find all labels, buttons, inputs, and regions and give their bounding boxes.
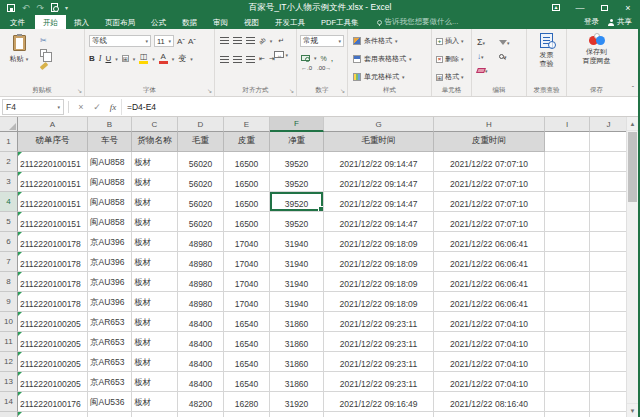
- cell-B1[interactable]: 车号: [88, 132, 132, 152]
- cell-J13[interactable]: [590, 372, 628, 392]
- cell-C7[interactable]: 板材: [132, 252, 178, 272]
- cell-J5[interactable]: [590, 212, 628, 232]
- cell-H9[interactable]: 2021/12/22 06:06:41: [434, 292, 545, 312]
- cell-F5[interactable]: 39520: [270, 212, 324, 232]
- bottom-align-icon[interactable]: [246, 37, 255, 44]
- cell-F6[interactable]: 31940: [270, 232, 324, 252]
- cell-C8[interactable]: 板材: [132, 272, 178, 292]
- tab-2[interactable]: 插入: [66, 15, 97, 29]
- cell-B12[interactable]: 京AR653: [88, 352, 132, 372]
- cell-G14[interactable]: 2021/12/22 09:16:49: [324, 392, 434, 412]
- cell-C9[interactable]: 板材: [132, 292, 178, 312]
- sort-filter-button[interactable]: ▾: [499, 38, 521, 47]
- cell-D9[interactable]: 48980: [178, 292, 224, 312]
- paste-button[interactable]: 粘贴 ▾: [6, 35, 32, 64]
- cell-J3[interactable]: [590, 172, 628, 192]
- cell-J6[interactable]: [590, 232, 628, 252]
- cell-F8[interactable]: 31940: [270, 272, 324, 292]
- cell-J11[interactable]: [590, 332, 628, 352]
- underline-button[interactable]: U: [105, 54, 111, 63]
- column-header-B[interactable]: B: [88, 117, 132, 132]
- bold-button[interactable]: B: [89, 54, 95, 63]
- cell-I11[interactable]: [545, 332, 590, 352]
- cell-G10[interactable]: 2021/12/22 09:23:11: [324, 312, 434, 332]
- cell-A2[interactable]: 2112220100151: [18, 152, 88, 172]
- cell-I3[interactable]: [545, 172, 590, 192]
- cell-E14[interactable]: 16280: [224, 392, 270, 412]
- cell-D15[interactable]: 48200: [178, 412, 224, 417]
- cell-H13[interactable]: 2021/12/22 07:04:10: [434, 372, 545, 392]
- alignment-dialog-launcher-icon[interactable]: ↘: [289, 88, 294, 94]
- column-header-F[interactable]: F: [270, 117, 324, 132]
- row-header-1[interactable]: 1: [0, 132, 18, 152]
- cell-C10[interactable]: 板材: [132, 312, 178, 332]
- cell-styles-button[interactable]: 单元格样式▾: [353, 72, 405, 82]
- row-header-13[interactable]: 13: [0, 372, 18, 392]
- cell-D3[interactable]: 56020: [178, 172, 224, 192]
- cell-I13[interactable]: [545, 372, 590, 392]
- cell-C2[interactable]: 板材: [132, 152, 178, 172]
- clear-button[interactable]: ▾: [477, 66, 499, 75]
- cell-D14[interactable]: 48200: [178, 392, 224, 412]
- column-header-E[interactable]: E: [224, 117, 270, 132]
- cell-I6[interactable]: [545, 232, 590, 252]
- cell-G7[interactable]: 2021/12/22 09:18:09: [324, 252, 434, 272]
- cell-H6[interactable]: 2021/12/22 06:06:41: [434, 232, 545, 252]
- cell-F10[interactable]: 31860: [270, 312, 324, 332]
- column-header-H[interactable]: H: [434, 117, 545, 132]
- merge-center-icon[interactable]: ↔: [274, 51, 284, 58]
- cell-I4[interactable]: [545, 192, 590, 212]
- scroll-up-icon[interactable]: ▲: [627, 117, 638, 131]
- cell-D6[interactable]: 48980: [178, 232, 224, 252]
- comma-style-icon[interactable]: ,: [331, 53, 334, 63]
- cell-F11[interactable]: 31860: [270, 332, 324, 352]
- cell-G11[interactable]: 2021/12/22 09:23:11: [324, 332, 434, 352]
- enter-icon[interactable]: ✓: [89, 102, 105, 112]
- cell-F12[interactable]: 31860: [270, 352, 324, 372]
- cell-C5[interactable]: 板材: [132, 212, 178, 232]
- phonetic-guide-icon[interactable]: 变: [178, 53, 186, 64]
- save-icon[interactable]: [7, 4, 15, 12]
- tab-1[interactable]: 开始: [35, 15, 66, 29]
- cell-F7[interactable]: 31940: [270, 252, 324, 272]
- decrease-decimal-icon[interactable]: .00→: [317, 65, 331, 71]
- tab-8[interactable]: 开发工具: [267, 15, 313, 29]
- cell-E3[interactable]: 16500: [224, 172, 270, 192]
- scrollbar-thumb[interactable]: [628, 132, 637, 202]
- cell-G9[interactable]: 2021/12/22 09:18:09: [324, 292, 434, 312]
- cell-A12[interactable]: 2112220100205: [18, 352, 88, 372]
- cell-G6[interactable]: 2021/12/22 09:18:09: [324, 232, 434, 252]
- cell-B7[interactable]: 京AU396: [88, 252, 132, 272]
- cell-H2[interactable]: 2021/12/22 07:07:10: [434, 152, 545, 172]
- increase-decimal-icon[interactable]: ←.0: [301, 65, 312, 71]
- cell-A9[interactable]: 2112220100178: [18, 292, 88, 312]
- close-button[interactable]: ×: [616, 0, 640, 15]
- cell-F2[interactable]: 39520: [270, 152, 324, 172]
- cell-B3[interactable]: 闽AU858: [88, 172, 132, 192]
- cell-H11[interactable]: 2021/12/22 07:04:10: [434, 332, 545, 352]
- fill-button[interactable]: ↓▾: [477, 52, 499, 61]
- italic-button[interactable]: I: [99, 54, 102, 63]
- cell-J8[interactable]: [590, 272, 628, 292]
- cell-I15[interactable]: [545, 412, 590, 417]
- font-dialog-launcher-icon[interactable]: ↘: [207, 88, 212, 94]
- wrap-text-icon[interactable]: ↵: [278, 37, 284, 45]
- cell-I9[interactable]: [545, 292, 590, 312]
- clipboard-dialog-launcher-icon[interactable]: ↘: [77, 88, 82, 94]
- tab-6[interactable]: 审阅: [205, 15, 236, 29]
- cell-D10[interactable]: 48400: [178, 312, 224, 332]
- cell-A13[interactable]: 2112220100205: [18, 372, 88, 392]
- formula-input[interactable]: =D4-E4: [121, 99, 638, 115]
- cell-B5[interactable]: 闽AU858: [88, 212, 132, 232]
- cell-J10[interactable]: [590, 312, 628, 332]
- tab-file[interactable]: 文件: [0, 15, 35, 29]
- cell-C4[interactable]: 板材: [132, 192, 178, 212]
- column-header-J[interactable]: J: [590, 117, 628, 132]
- cell-J9[interactable]: [590, 292, 628, 312]
- format-as-table-button[interactable]: 套用表格格式▾: [353, 54, 412, 64]
- cell-A4[interactable]: 2112220100151: [18, 192, 88, 212]
- cell-C14[interactable]: 板材: [132, 392, 178, 412]
- cell-A1[interactable]: 磅单序号: [18, 132, 88, 152]
- cell-F4[interactable]: 39520: [270, 192, 324, 212]
- cell-F13[interactable]: 31860: [270, 372, 324, 392]
